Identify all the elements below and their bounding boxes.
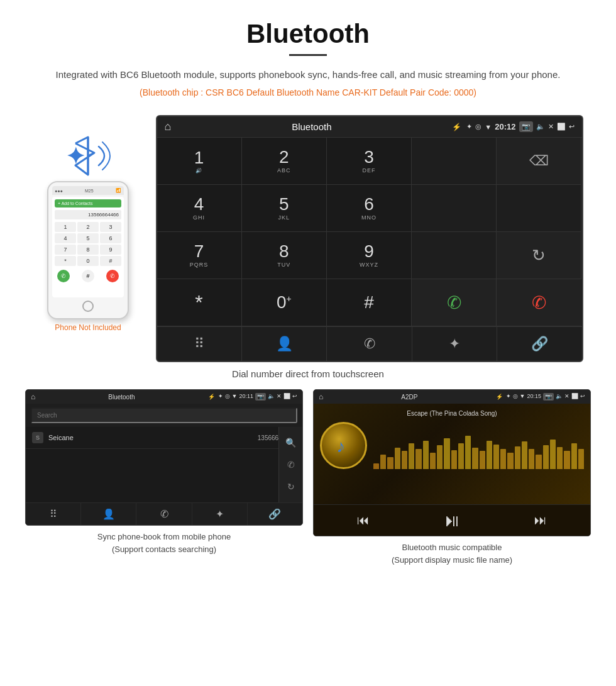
music-camera-icon[interactable]: 📷 bbox=[543, 393, 554, 401]
prev-button[interactable]: ⏮ bbox=[357, 513, 370, 528]
dial-key-1[interactable]: 1🔊 bbox=[157, 138, 242, 185]
nav-dialpad-icon[interactable]: ⠿ bbox=[157, 327, 242, 361]
dial-key-star[interactable]: * bbox=[157, 279, 242, 326]
phone-call-button[interactable]: ✆ bbox=[57, 270, 70, 282]
music-gps-icon: ◎ bbox=[513, 393, 518, 401]
contact-row[interactable]: S Seicane 13566664466 bbox=[26, 427, 302, 449]
phone-key-4[interactable]: 4 bbox=[55, 233, 76, 243]
contact-initial: S bbox=[32, 432, 43, 443]
phone-dialpad: 1 2 3 4 5 6 7 8 9 * 0 # bbox=[55, 222, 121, 266]
dial-backspace[interactable]: ⌫ bbox=[497, 138, 581, 185]
pb-camera-icon[interactable]: 📷 bbox=[255, 393, 266, 401]
nav-bluetooth-icon[interactable]: ✦ bbox=[412, 327, 497, 361]
search-bar-row bbox=[26, 404, 302, 427]
phone-key-star[interactable]: * bbox=[55, 256, 76, 266]
dial-key-8[interactable]: 8TUV bbox=[242, 232, 327, 279]
dial-key-6[interactable]: 6MNO bbox=[327, 185, 412, 232]
volume-icon[interactable]: 🔈 bbox=[536, 123, 545, 131]
phone-key-5[interactable]: 5 bbox=[77, 233, 99, 243]
window-icon[interactable]: ⬜ bbox=[557, 123, 566, 131]
camera-icon[interactable]: 📷 bbox=[519, 121, 533, 132]
pb-status-icons: ✦ ◎ ▼ 20:11 📷 🔈 ✕ ⬜ ↩ bbox=[218, 393, 297, 401]
car-time-display: 20:12 bbox=[495, 122, 515, 131]
play-pause-button[interactable]: ⏯ bbox=[443, 510, 461, 531]
contact-name: Seicane bbox=[48, 434, 258, 441]
phone-end-button[interactable]: ✆ bbox=[106, 270, 119, 282]
phone-key-6[interactable]: 6 bbox=[100, 233, 121, 243]
close-icon[interactable]: ✕ bbox=[548, 123, 554, 131]
dialpad-grid: 1🔊 2ABC 3DEF ⌫ 4GHI 5JKL 6MNO bbox=[157, 137, 582, 326]
dial-key-7[interactable]: 7PQRS bbox=[157, 232, 242, 279]
dial-key-9[interactable]: 9WXYZ bbox=[327, 232, 412, 279]
phonebook-panel: ⌂ Bluetooth ⚡ ✦ ◎ ▼ 20:11 📷 🔈 ✕ ⬜ ↩ bbox=[25, 389, 303, 566]
car-status-bar: ⌂ Bluetooth ⚡ ✦ ◎ ▼ 20:12 📷 🔈 ✕ ⬜ ↩ bbox=[157, 116, 582, 137]
phone-key-9[interactable]: 9 bbox=[100, 245, 121, 255]
pb-nav-phone[interactable]: ✆ bbox=[136, 503, 192, 525]
phonebook-side-actions: 🔍 ✆ ↻ bbox=[278, 427, 302, 502]
dial-call-red[interactable]: ✆ bbox=[497, 279, 581, 326]
music-body: Escape (The Pina Colada Song) ♪ bbox=[314, 404, 590, 504]
nav-contacts-icon[interactable]: 👤 bbox=[242, 327, 327, 361]
phone-home-button[interactable] bbox=[52, 301, 124, 314]
side-refresh-icon[interactable]: ↻ bbox=[287, 482, 295, 492]
pb-nav-contacts[interactable]: 👤 bbox=[81, 503, 136, 525]
album-art-svg: ♪ bbox=[331, 433, 356, 458]
phone-key-7[interactable]: 7 bbox=[55, 245, 76, 255]
dial-empty-1 bbox=[412, 138, 497, 185]
nav-phone-icon[interactable]: ✆ bbox=[327, 327, 412, 361]
car-status-icons: ✦ ◎ ▼ 20:12 📷 🔈 ✕ ⬜ ↩ bbox=[466, 121, 574, 132]
pb-nav-apps[interactable]: ⠿ bbox=[26, 503, 81, 525]
dial-key-0[interactable]: 0+ bbox=[242, 279, 327, 326]
pb-home-icon[interactable]: ⌂ bbox=[31, 392, 35, 401]
car-home-icon[interactable]: ⌂ bbox=[165, 120, 172, 133]
music-status-icons: ✦ ◎ ▼ 20:15 📷 🔈 ✕ ⬜ ↩ bbox=[506, 393, 585, 401]
side-call-icon[interactable]: ✆ bbox=[287, 460, 295, 470]
music-home-icon[interactable]: ⌂ bbox=[319, 392, 323, 401]
nav-link-icon[interactable]: 🔗 bbox=[497, 327, 581, 361]
pb-screen-title: Bluetooth bbox=[38, 394, 204, 401]
music-vol-icon[interactable]: 🔈 bbox=[556, 393, 563, 401]
phone-key-hash[interactable]: # bbox=[100, 256, 121, 266]
back-icon[interactable]: ↩ bbox=[569, 123, 575, 131]
phone-key-3[interactable]: 3 bbox=[100, 222, 121, 232]
pb-nav-link[interactable]: 🔗 bbox=[248, 503, 302, 525]
music-close-icon[interactable]: ✕ bbox=[564, 393, 569, 401]
dial-call-green[interactable]: ✆ bbox=[412, 279, 497, 326]
title-section: Bluetooth Integrated with BC6 Bluetooth … bbox=[0, 0, 616, 115]
specs-line: (Bluetooth chip : CSR BC6 Default Blueto… bbox=[50, 87, 566, 97]
car-head-unit-screen: ⌂ Bluetooth ⚡ ✦ ◎ ▼ 20:12 📷 🔈 ✕ ⬜ ↩ 1🔊 bbox=[156, 115, 583, 362]
pb-nav-bt[interactable]: ✦ bbox=[192, 503, 248, 525]
phone-key-8[interactable]: 8 bbox=[77, 245, 99, 255]
dial-key-3[interactable]: 3DEF bbox=[327, 138, 412, 185]
phonebook-body: S Seicane 13566664466 🔍 ✆ ↻ bbox=[26, 427, 302, 502]
pb-vol-icon[interactable]: 🔈 bbox=[268, 393, 275, 401]
main-device-area: ✦ ●●● M25 📶 + Add to Contacts 13566664 bbox=[0, 115, 616, 362]
phone-key-2[interactable]: 2 bbox=[77, 222, 99, 232]
page-description: Integrated with BC6 Bluetooth module, su… bbox=[50, 67, 566, 82]
phone-hash-button[interactable]: # bbox=[82, 270, 94, 282]
dial-key-hash[interactable]: # bbox=[327, 279, 412, 326]
phone-contact-bar: + Add to Contacts bbox=[55, 199, 121, 207]
search-input[interactable] bbox=[31, 407, 297, 423]
next-button[interactable]: ⏭ bbox=[534, 513, 547, 528]
music-win-icon[interactable]: ⬜ bbox=[571, 393, 578, 401]
phone-key-0[interactable]: 0 bbox=[77, 256, 99, 266]
pb-back-icon[interactable]: ↩ bbox=[292, 393, 297, 401]
music-controls: ⏮ ⏯ ⏭ bbox=[314, 504, 590, 536]
dial-key-2[interactable]: 2ABC bbox=[242, 138, 327, 185]
pb-win-icon[interactable]: ⬜ bbox=[283, 393, 290, 401]
bluetooth-status-icon: ✦ bbox=[466, 123, 472, 131]
pb-close-icon[interactable]: ✕ bbox=[277, 393, 282, 401]
dial-key-5[interactable]: 5JKL bbox=[242, 185, 327, 232]
dial-redial[interactable]: ↻ bbox=[497, 232, 581, 279]
gps-icon: ◎ bbox=[475, 123, 481, 131]
phone-top-bar: ●●● M25 📶 bbox=[52, 186, 124, 195]
side-search-icon[interactable]: 🔍 bbox=[285, 438, 296, 448]
phonebook-caption: Sync phone-book from mobile phone (Suppo… bbox=[97, 531, 231, 555]
music-status-bar: ⌂ A2DP ⚡ ✦ ◎ ▼ 20:15 📷 🔈 ✕ ⬜ ↩ bbox=[314, 390, 590, 404]
main-screen-caption: Dial number direct from touchscreen bbox=[0, 368, 616, 379]
music-back-icon[interactable]: ↩ bbox=[580, 393, 585, 401]
dial-key-4[interactable]: 4GHI bbox=[157, 185, 242, 232]
phone-key-1[interactable]: 1 bbox=[55, 222, 76, 232]
phone-not-included-label: Phone Not Included bbox=[55, 323, 121, 332]
